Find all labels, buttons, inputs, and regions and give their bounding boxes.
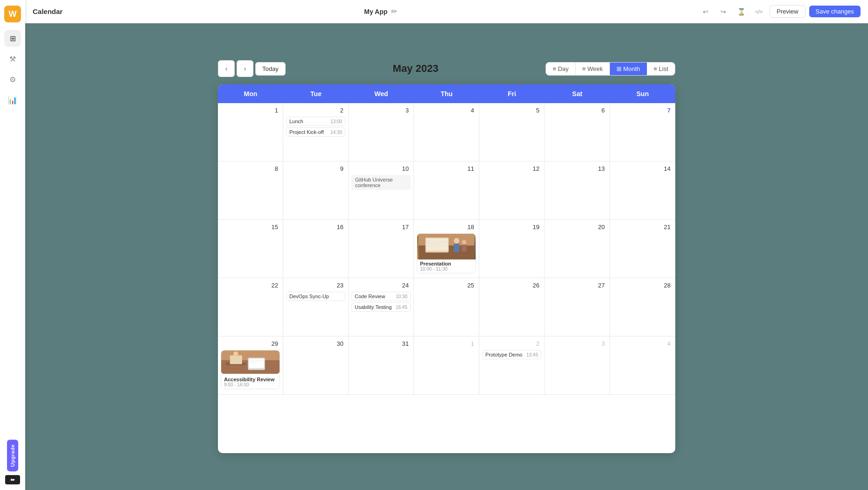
cell-jun-2[interactable]: 2 Prototype Demo 13:45 bbox=[479, 336, 545, 395]
calendar-grid: Mon Tue Wed Thu Fri Sat Sun 1 2 bbox=[218, 84, 675, 453]
svg-rect-17 bbox=[249, 359, 264, 368]
main-content: Calendar My App ✏ ↩ ↪ ⌛ </> Preview Save… bbox=[25, 0, 868, 490]
cell-may-16[interactable]: 16 bbox=[283, 220, 349, 278]
cell-may-3[interactable]: 3 bbox=[349, 103, 414, 161]
cell-may-8[interactable]: 8 bbox=[218, 161, 283, 220]
preview-button[interactable]: Preview bbox=[770, 5, 805, 18]
svg-point-7 bbox=[454, 238, 460, 244]
cell-may-20[interactable]: 20 bbox=[545, 220, 610, 278]
cell-may-19[interactable]: 19 bbox=[479, 220, 545, 278]
redo-button[interactable]: ↪ bbox=[716, 5, 730, 19]
event-usability[interactable]: Usability Testing 16:45 bbox=[351, 302, 411, 312]
calendar-nav: ‹ › Today bbox=[218, 60, 286, 77]
date-30: 30 bbox=[286, 339, 345, 348]
date-7: 7 bbox=[613, 106, 672, 115]
topbar: Calendar My App ✏ ↩ ↪ ⌛ </> Preview Save… bbox=[25, 0, 868, 23]
cell-may-31[interactable]: 31 bbox=[349, 336, 414, 395]
sidebar-item-tools[interactable]: ⚒ bbox=[4, 50, 21, 67]
code-button[interactable]: </> bbox=[752, 5, 766, 19]
date-28: 28 bbox=[613, 281, 672, 290]
date-19: 19 bbox=[482, 223, 541, 231]
cell-may-7[interactable]: 7 bbox=[610, 103, 675, 161]
topbar-center: My App ✏ bbox=[68, 7, 693, 16]
calendar-body: 1 2 Lunch 13:00 Project Kick-off 14:30 bbox=[218, 103, 675, 453]
svg-rect-3 bbox=[427, 238, 448, 251]
event-lunch[interactable]: Lunch 13:00 bbox=[286, 117, 345, 126]
presentation-details: Presentation 10:00 - 11:30 bbox=[417, 259, 476, 273]
date-11: 11 bbox=[417, 164, 476, 173]
cell-may-29[interactable]: 29 bbox=[218, 336, 283, 395]
svg-point-9 bbox=[462, 240, 467, 245]
svg-rect-14 bbox=[230, 355, 242, 364]
next-month-button[interactable]: › bbox=[237, 60, 253, 77]
cell-may-6[interactable]: 6 bbox=[545, 103, 610, 161]
app-name: My App bbox=[364, 8, 387, 15]
undo-button[interactable]: ↩ bbox=[699, 5, 713, 19]
cell-may-1[interactable]: 1 bbox=[218, 103, 283, 161]
cell-may-22[interactable]: 22 bbox=[218, 278, 283, 336]
cell-jun-1[interactable]: 1 bbox=[414, 336, 479, 395]
upgrade-button[interactable]: Upgrade bbox=[7, 440, 18, 471]
cell-may-26[interactable]: 26 bbox=[479, 278, 545, 336]
today-button[interactable]: Today bbox=[255, 62, 286, 76]
canvas: ‹ › Today May 2023 ≡ Day ≡ Week ⊞ Month … bbox=[25, 23, 868, 490]
event-accessibility[interactable]: Accessibility Review 9:00 - 16:00 bbox=[221, 350, 280, 389]
cell-may-10[interactable]: 10 GitHub Universe conference bbox=[349, 161, 414, 220]
cell-may-12[interactable]: 12 bbox=[479, 161, 545, 220]
event-presentation[interactable]: Presentation 10:00 - 11:30 bbox=[417, 233, 476, 273]
cell-jun-3[interactable]: 3 bbox=[545, 336, 610, 395]
sidebar: W ⊞ ⚒ ⚙ 📊 Upgrade ▶▶ bbox=[0, 0, 25, 490]
header-thu: Thu bbox=[414, 84, 479, 103]
sidebar-bottom: Upgrade ▶▶ bbox=[5, 440, 20, 484]
calendar-title: May 2023 bbox=[393, 63, 439, 75]
event-project-kickoff[interactable]: Project Kick-off 14:30 bbox=[286, 127, 345, 137]
cell-may-18[interactable]: 18 bbox=[414, 220, 479, 278]
event-code-review[interactable]: Code Review 10:30 bbox=[351, 292, 411, 301]
view-month-button[interactable]: ⊞ Month bbox=[610, 63, 647, 75]
event-devops[interactable]: DevOps Sync-Up bbox=[286, 292, 345, 301]
date-22: 22 bbox=[221, 281, 280, 290]
edit-icon[interactable]: ✏ bbox=[391, 7, 397, 16]
cell-may-13[interactable]: 13 bbox=[545, 161, 610, 220]
cell-may-25[interactable]: 25 bbox=[414, 278, 479, 336]
svg-rect-8 bbox=[454, 244, 460, 252]
view-day-button[interactable]: ≡ Day bbox=[546, 63, 575, 75]
date-12: 12 bbox=[482, 164, 541, 173]
cell-may-9[interactable]: 9 bbox=[283, 161, 349, 220]
cell-may-30[interactable]: 30 bbox=[283, 336, 349, 395]
date-10: 10 bbox=[351, 164, 411, 173]
cell-may-11[interactable]: 11 bbox=[414, 161, 479, 220]
date-4: 4 bbox=[417, 106, 476, 115]
cell-may-28[interactable]: 28 bbox=[610, 278, 675, 336]
date-jun-1: 1 bbox=[417, 339, 476, 348]
date-29: 29 bbox=[221, 339, 280, 348]
sidebar-item-settings[interactable]: ⚙ bbox=[4, 71, 21, 88]
cell-may-27[interactable]: 27 bbox=[545, 278, 610, 336]
cell-jun-4[interactable]: 4 bbox=[610, 336, 675, 395]
cell-may-4[interactable]: 4 bbox=[414, 103, 479, 161]
date-26: 26 bbox=[482, 281, 541, 290]
header-tue: Tue bbox=[283, 84, 349, 103]
sidebar-item-dashboard[interactable]: ⊞ bbox=[4, 30, 21, 47]
sidebar-item-analytics[interactable]: 📊 bbox=[4, 91, 21, 108]
date-2: 2 bbox=[286, 106, 345, 115]
cell-may-14[interactable]: 14 bbox=[610, 161, 675, 220]
history-button[interactable]: ⌛ bbox=[734, 5, 748, 19]
save-button[interactable]: Save changes bbox=[809, 6, 861, 17]
cell-may-21[interactable]: 21 bbox=[610, 220, 675, 278]
cell-may-23[interactable]: 23 DevOps Sync-Up bbox=[283, 278, 349, 336]
cell-may-24[interactable]: 24 Code Review 10:30 Usability Testing 1… bbox=[349, 278, 414, 336]
event-prototype[interactable]: Prototype Demo 13:45 bbox=[482, 350, 541, 359]
date-20: 20 bbox=[547, 223, 607, 231]
view-week-button[interactable]: ≡ Week bbox=[576, 63, 610, 75]
cell-may-2[interactable]: 2 Lunch 13:00 Project Kick-off 14:30 bbox=[283, 103, 349, 161]
cell-may-17[interactable]: 17 bbox=[349, 220, 414, 278]
date-5: 5 bbox=[482, 106, 541, 115]
prev-month-button[interactable]: ‹ bbox=[218, 60, 235, 77]
event-github[interactable]: GitHub Universe conference bbox=[351, 175, 411, 190]
cell-may-5[interactable]: 5 bbox=[479, 103, 545, 161]
view-list-button[interactable]: ≡ List bbox=[647, 63, 675, 75]
header-sat: Sat bbox=[545, 84, 610, 103]
cell-may-15[interactable]: 15 bbox=[218, 220, 283, 278]
sidebar-logo[interactable]: W bbox=[4, 6, 21, 22]
